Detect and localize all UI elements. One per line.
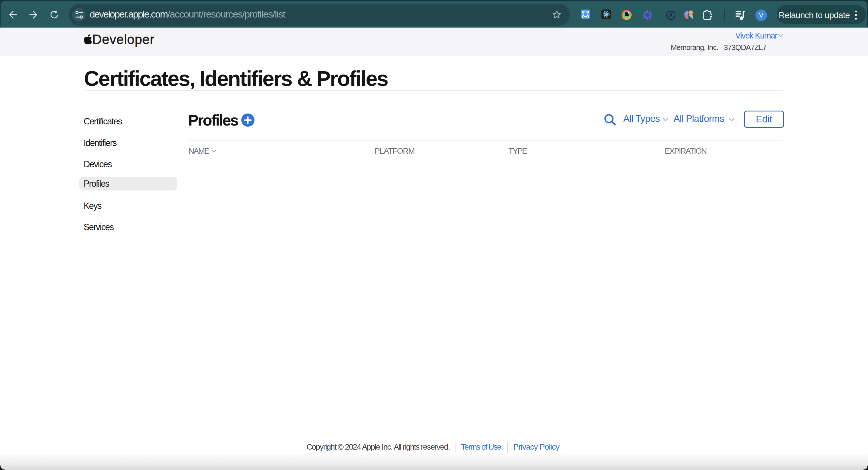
svg-text:A: A bbox=[669, 12, 673, 19]
